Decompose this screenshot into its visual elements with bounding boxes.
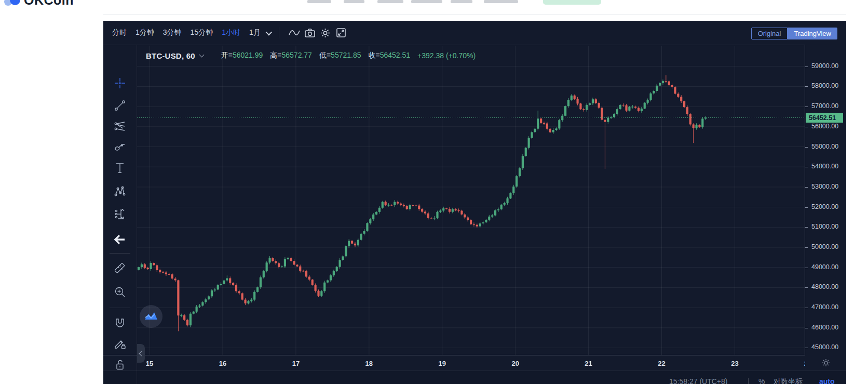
percent-scale-button[interactable]: % (758, 377, 765, 384)
price-tick-label: 57000.00 (811, 102, 838, 110)
okcoin-trading-page: OKCoin 分时1分钟3分钟15分钟1小时1月 (0, 0, 868, 384)
timeframe-dropdown-caret[interactable] (265, 29, 272, 35)
time-tick-label-20: 20 (507, 360, 524, 367)
time-axis[interactable]: 15161718192021222324 (103, 355, 846, 371)
price-tick-label: 47000.00 (811, 303, 838, 311)
timeframe-3分钟[interactable]: 3分钟 (163, 28, 182, 37)
ohlc-item: 低=55721.85 (319, 51, 361, 60)
time-tick-label-16: 16 (214, 360, 232, 367)
clock-label: 15:58:27 (UTC+8) (669, 377, 727, 384)
fullscreen-icon[interactable] (333, 25, 349, 40)
logo-dot-large (10, 0, 20, 5)
price-tick-mark (805, 107, 808, 107)
lock-icon[interactable] (113, 357, 127, 372)
chart-legend: BTC-USD, 60 开=56021.99高=56572.77低=55721.… (146, 51, 476, 60)
chart-style-icon[interactable] (287, 25, 302, 40)
snapshot-camera-icon[interactable] (302, 25, 318, 40)
price-tick-mark (805, 287, 808, 288)
ohlc-item: 收=56452.51 (369, 51, 411, 60)
nav-button-remnant[interactable] (543, 0, 601, 5)
auto-scale-button[interactable]: auto (819, 377, 835, 384)
tradingview-mode-button[interactable]: TradingView (788, 28, 837, 39)
axis-corner (805, 355, 846, 370)
price-tick-mark (805, 147, 808, 148)
price-tick-label: 45000.00 (811, 343, 838, 351)
site-header: OKCoin (0, 0, 868, 21)
sidebar-divider (110, 253, 130, 254)
status-separator (748, 378, 749, 384)
price-tick-label: 49000.00 (811, 263, 838, 271)
price-tick-label: 50000.00 (811, 243, 838, 250)
price-change-label: +392.38 (+0.70%) (417, 51, 476, 60)
price-axis[interactable]: 59000.0058000.0057000.0056000.0055000.00… (805, 45, 846, 355)
timeframe-group: 分时1分钟3分钟15分钟1小时1月 (112, 28, 261, 37)
time-tick-label-17: 17 (287, 360, 305, 367)
ohlc-item: 高=56572.77 (270, 51, 312, 60)
price-tick-mark (805, 127, 808, 127)
price-tick-mark (805, 247, 808, 248)
gann-fib-icon[interactable] (113, 119, 127, 134)
price-tick-mark (805, 167, 808, 167)
brush-icon[interactable] (113, 140, 127, 154)
timeframe-分时[interactable]: 分时 (112, 28, 127, 37)
timeframe-1月[interactable]: 1月 (249, 28, 261, 37)
trend-line-icon[interactable] (113, 98, 127, 113)
toolbar-separator (279, 27, 279, 38)
chart-mode-toggle: Original TradingView (751, 28, 837, 39)
price-tick-label: 55000.00 (811, 143, 838, 150)
price-tick-mark (805, 227, 808, 228)
timeframe-1分钟[interactable]: 1分钟 (135, 28, 154, 37)
nav-item-remnant[interactable] (344, 0, 364, 3)
symbol-dropdown-caret[interactable] (199, 52, 204, 58)
nav-item-remnant[interactable] (411, 0, 442, 3)
time-tick-label-23: 23 (726, 360, 743, 367)
chevron-left-icon (139, 351, 144, 356)
text-icon[interactable] (113, 161, 127, 175)
header-divider (103, 14, 846, 15)
pattern-icon[interactable] (113, 184, 127, 198)
price-tick-label: 58000.00 (811, 82, 838, 89)
back-arrow-icon[interactable] (113, 233, 127, 247)
nav-item-remnant[interactable] (484, 0, 518, 3)
price-tick-mark (805, 348, 808, 348)
price-tick-label: 46000.00 (811, 324, 838, 331)
drawing-tools-sidebar (103, 45, 137, 384)
price-tick-mark (805, 268, 808, 268)
price-tick-label: 52000.00 (811, 203, 838, 210)
timeframe-1小时[interactable]: 1小时 (222, 28, 240, 37)
chart-toolbar: 分时1分钟3分钟15分钟1小时1月 Original TradingView (103, 21, 846, 45)
zoom-in-icon[interactable] (113, 285, 127, 299)
prediction-icon[interactable] (113, 207, 127, 221)
price-tick-label: 51000.00 (811, 223, 838, 230)
time-tick-label-21: 21 (580, 360, 598, 367)
original-mode-button[interactable]: Original (751, 28, 788, 39)
nav-item-remnant[interactable] (307, 0, 331, 3)
price-tick-mark (805, 187, 808, 188)
log-scale-button[interactable]: 对数坐标 (774, 377, 803, 384)
logo-text: OKCoin (24, 0, 74, 8)
nav-item-remnant[interactable] (377, 0, 403, 3)
last-price-tag: 56452.51 (806, 113, 843, 123)
timeframe-15分钟[interactable]: 15分钟 (191, 28, 213, 37)
price-tick-label: 54000.00 (811, 163, 838, 170)
ohlc-item: 开=56021.99 (221, 51, 263, 60)
time-tick-label-18: 18 (360, 360, 378, 367)
crosshair-icon[interactable] (113, 76, 127, 90)
symbol-label[interactable]: BTC-USD, 60 (146, 51, 195, 60)
sidebar-collapse-tab[interactable] (137, 344, 145, 363)
ruler-icon[interactable] (113, 261, 127, 276)
chart-status-bar: 15:58:27 (UTC+8) % 对数坐标 auto (103, 370, 846, 384)
axis-settings-gear-icon[interactable] (822, 359, 830, 367)
magnet-icon[interactable] (113, 316, 127, 330)
candlestick-chart[interactable] (137, 46, 805, 355)
chart-settings-icon[interactable] (318, 25, 333, 40)
price-tick-label: 48000.00 (811, 283, 838, 290)
price-tick-mark (805, 308, 808, 308)
tradingview-watermark-logo (140, 305, 162, 328)
price-tick-label: 56000.00 (811, 123, 838, 130)
pencil-lock-icon[interactable] (113, 337, 127, 351)
price-tick-label: 59000.00 (811, 62, 838, 70)
time-tick-label-19: 19 (433, 360, 451, 367)
nav-item-remnant[interactable] (451, 0, 472, 3)
sidebar-divider (110, 308, 130, 308)
